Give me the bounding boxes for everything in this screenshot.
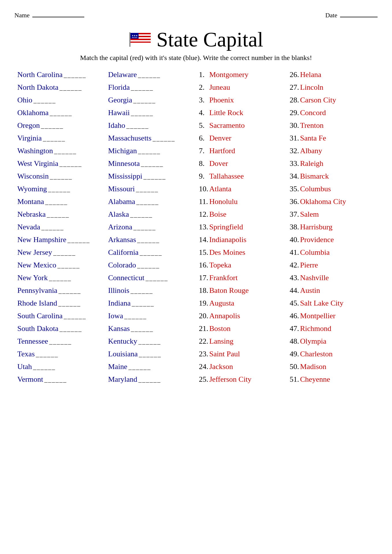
answer-blank[interactable]: ______ [137, 262, 160, 269]
answer-blank[interactable]: ______ [136, 186, 158, 193]
answer-blank[interactable]: ______ [36, 351, 58, 358]
capital-number: 17. [199, 274, 209, 282]
answer-blank[interactable]: ______ [140, 249, 162, 257]
answer-blank[interactable]: ______ [59, 287, 81, 295]
capital-number: 21. [199, 324, 209, 333]
answer-blank[interactable]: ______ [131, 325, 154, 333]
column-states-2: Delaware______Florida______Georgia______… [105, 70, 196, 388]
answer-blank[interactable]: ______ [139, 351, 161, 358]
state-name: Colorado [108, 261, 136, 269]
answer-blank[interactable]: ______ [53, 249, 76, 257]
answer-blank[interactable]: ______ [59, 84, 82, 91]
list-item: Missouri______ [108, 185, 193, 193]
answer-blank[interactable]: ______ [132, 300, 154, 307]
capital-name: Trenton [300, 121, 324, 130]
capital-number: 2. [199, 83, 209, 92]
answer-blank[interactable]: ______ [124, 312, 147, 320]
answer-blank[interactable]: ______ [50, 173, 72, 180]
answer-blank[interactable]: ______ [58, 300, 81, 307]
answer-blank[interactable]: ______ [41, 122, 64, 130]
answer-blank[interactable]: ______ [44, 376, 67, 383]
list-item: Washington______ [17, 147, 102, 155]
answer-blank[interactable]: ______ [139, 338, 161, 345]
answer-blank[interactable]: ______ [47, 211, 69, 218]
answer-blank[interactable]: ______ [145, 274, 168, 282]
capital-number: 8. [199, 159, 209, 168]
state-name: New Hampshire [17, 235, 66, 244]
capital-number: 28. [290, 96, 300, 104]
capital-name: Raleigh [300, 159, 324, 168]
title-area: ★★★ ★★★★ State Capital Match the capital… [14, 28, 378, 62]
answer-blank[interactable]: ______ [131, 84, 154, 91]
state-name: Hawaii [108, 108, 130, 117]
answer-blank[interactable]: ______ [49, 274, 71, 282]
answer-blank[interactable]: ______ [49, 338, 72, 345]
capital-item: 21.Boston [199, 324, 284, 333]
capital-item: 1.Montgomery [199, 70, 284, 79]
answer-blank[interactable]: ______ [131, 109, 154, 117]
answer-blank[interactable]: ______ [137, 236, 160, 244]
answer-blank[interactable]: ______ [50, 109, 72, 117]
answer-blank[interactable]: ______ [43, 135, 66, 142]
capital-name: Phoenix [209, 96, 234, 104]
answer-blank[interactable]: ______ [57, 262, 80, 269]
answer-blank[interactable]: ______ [64, 312, 86, 320]
capital-number: 12. [199, 210, 209, 219]
answer-blank[interactable]: ______ [41, 224, 64, 231]
answer-blank[interactable]: ______ [130, 287, 153, 295]
state-name: Delaware [108, 70, 137, 79]
date-blank[interactable] [340, 17, 378, 17]
state-name: Utah [17, 362, 32, 371]
name-blank[interactable] [32, 17, 84, 17]
capital-item: 40.Providence [290, 235, 375, 244]
answer-blank[interactable]: ______ [68, 236, 90, 244]
list-item: Arizona______ [108, 223, 193, 231]
state-name: Texas [17, 350, 35, 358]
capital-name: Atlanta [209, 185, 232, 193]
state-name: Tennessee [17, 337, 48, 346]
answer-blank[interactable]: ______ [141, 160, 163, 168]
capital-number: 14. [199, 235, 209, 244]
list-item: Oregon______ [17, 121, 102, 130]
answer-blank[interactable]: ______ [143, 173, 166, 180]
state-name: South Carolina [17, 312, 63, 320]
answer-blank[interactable]: ______ [139, 376, 161, 383]
answer-blank[interactable]: ______ [33, 363, 56, 371]
state-name: Oregon [17, 121, 40, 130]
capital-number: 29. [290, 108, 300, 117]
answer-blank[interactable]: ______ [138, 147, 160, 155]
capital-name: Helana [300, 70, 322, 79]
answer-blank[interactable]: ______ [128, 363, 151, 371]
answer-blank[interactable]: ______ [133, 97, 156, 104]
capital-name: Topeka [209, 261, 231, 269]
state-name: Illinois [108, 286, 130, 295]
state-name: Kentucky [108, 337, 137, 346]
capital-number: 5. [199, 121, 209, 130]
answer-blank[interactable]: ______ [54, 147, 77, 155]
capital-item: 49.Charleston [290, 350, 375, 358]
capital-item: 44.Austin [290, 286, 375, 295]
answer-blank[interactable]: ______ [130, 211, 153, 218]
capital-item: 43.Nashville [290, 274, 375, 282]
answer-blank[interactable]: ______ [136, 198, 159, 206]
answer-blank[interactable]: ______ [126, 122, 149, 130]
capital-item: 14.Indianapolis [199, 235, 284, 244]
capital-item: 6.Denver [199, 134, 284, 143]
answer-blank[interactable]: ______ [33, 97, 56, 104]
capital-item: 7.Hartford [199, 147, 284, 155]
capital-name: Montpellier [300, 312, 336, 320]
capital-number: 38. [290, 223, 300, 231]
answer-blank[interactable]: ______ [138, 71, 160, 79]
capital-number: 46. [290, 312, 300, 320]
answer-blank[interactable]: ______ [133, 224, 156, 231]
state-name: Massachusetts [108, 134, 152, 143]
page-title: State Capital [156, 28, 263, 52]
answer-blank[interactable]: ______ [59, 160, 82, 168]
capital-name: Carson City [300, 96, 336, 104]
answer-blank[interactable]: ______ [45, 198, 68, 206]
answer-blank[interactable]: ______ [153, 135, 175, 142]
answer-blank[interactable]: ______ [48, 186, 70, 193]
svg-text:★★★★: ★★★★ [132, 37, 137, 38]
answer-blank[interactable]: ______ [59, 325, 82, 333]
answer-blank[interactable]: ______ [64, 71, 86, 79]
